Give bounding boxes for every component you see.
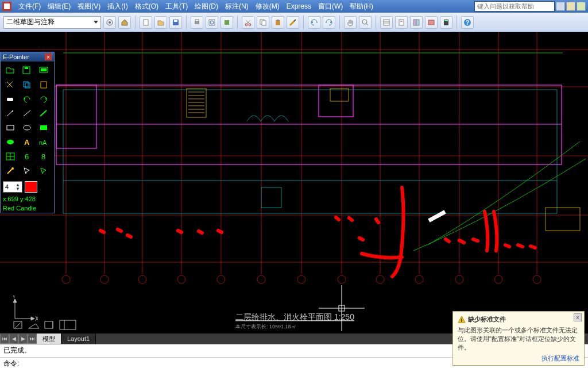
ep-grid1-icon[interactable] xyxy=(3,150,18,163)
menu-format[interactable]: 格式(O) xyxy=(131,1,162,13)
ep-pencil-icon[interactable] xyxy=(36,107,51,120)
svg-rect-50 xyxy=(56,85,96,148)
workspace-combo[interactable]: 二维草图与注释 xyxy=(3,16,101,29)
balloon-link[interactable]: 执行配置标准 xyxy=(458,354,579,363)
toolpalettes-button[interactable] xyxy=(410,16,423,29)
ep-eraser-icon[interactable] xyxy=(3,93,18,105)
ep-pointer2-icon[interactable] xyxy=(36,164,51,177)
ep-coordinates: x:699 y:428 xyxy=(1,194,54,204)
ep-color-name: Red Candle xyxy=(1,204,54,213)
svg-rect-15 xyxy=(262,21,266,25)
tab-last-button[interactable]: ⏭ xyxy=(28,334,37,344)
close-icon[interactable]: × xyxy=(45,53,52,60)
ep-num8-icon[interactable]: 8 xyxy=(36,150,51,163)
svg-rect-64 xyxy=(330,89,349,101)
home-button[interactable] xyxy=(118,16,131,29)
ep-redo-icon[interactable] xyxy=(36,93,51,105)
ep-pointer-icon[interactable] xyxy=(20,164,34,177)
properties-button[interactable] xyxy=(380,16,393,29)
svg-rect-7 xyxy=(195,21,199,24)
new-button[interactable] xyxy=(140,16,152,29)
ep-hightext-icon[interactable]: nA xyxy=(36,136,51,148)
menu-modify[interactable]: 修改(M) xyxy=(252,1,283,13)
svg-point-3 xyxy=(109,21,111,24)
undo-button[interactable] xyxy=(308,16,320,29)
help-search-input[interactable] xyxy=(474,1,555,12)
ep-pin-icon[interactable] xyxy=(3,164,18,177)
ep-text-icon[interactable]: A xyxy=(20,136,34,148)
app-icon xyxy=(2,2,11,11)
svg-point-73 xyxy=(257,275,265,283)
ep-undo-icon[interactable] xyxy=(20,93,34,105)
epointer-palette[interactable]: E-Pointer × A nA 6 8 4▲▼ x:699 y:428 Red… xyxy=(0,52,55,213)
svg-point-76 xyxy=(376,275,384,283)
svg-rect-55 xyxy=(261,187,281,208)
menu-edit[interactable]: 编辑(E) xyxy=(44,1,74,13)
ep-cut-icon[interactable] xyxy=(3,78,18,91)
standard-toolbar: 二维草图与注释 ? xyxy=(0,13,588,32)
workspace-settings-button[interactable] xyxy=(103,16,116,29)
redo-button[interactable] xyxy=(323,16,335,29)
svg-rect-11 xyxy=(225,20,229,25)
tab-prev-button[interactable]: ◀ xyxy=(9,334,18,344)
paste-button[interactable] xyxy=(272,16,284,29)
search-go-icon[interactable] xyxy=(556,2,565,11)
cut-button[interactable] xyxy=(242,16,254,29)
ep-fillellipse-icon[interactable] xyxy=(3,136,18,148)
svg-rect-25 xyxy=(416,20,419,25)
tab-layout1[interactable]: Layout1 xyxy=(61,334,96,344)
print-button[interactable] xyxy=(191,16,203,29)
drawing-canvas[interactable]: 二层给排水、消火栓平面图 1:250 本尺寸表示长: 10591.18㎡ xyxy=(0,32,588,334)
svg-rect-53 xyxy=(63,90,557,213)
chevron-down-icon xyxy=(94,21,98,24)
copy-button[interactable] xyxy=(257,16,269,29)
ep-line-icon[interactable] xyxy=(20,107,34,120)
menu-insert[interactable]: 插入(I) xyxy=(104,1,131,13)
satellite-icon[interactable] xyxy=(566,2,575,11)
svg-rect-114 xyxy=(60,320,76,329)
help-button[interactable]: ? xyxy=(461,16,474,29)
ep-copy-icon[interactable] xyxy=(20,78,34,91)
plot-preview-button[interactable] xyxy=(206,16,218,29)
ep-rect-icon[interactable] xyxy=(3,121,18,134)
ep-open-icon[interactable] xyxy=(3,64,18,76)
save-button[interactable] xyxy=(169,16,182,29)
calculator-button[interactable] xyxy=(440,16,452,29)
menu-help[interactable]: 帮助(H) xyxy=(346,1,377,13)
ep-screen-icon[interactable] xyxy=(36,64,51,76)
svg-text:?: ? xyxy=(466,20,469,26)
ep-save-icon[interactable] xyxy=(20,64,34,76)
svg-point-96 xyxy=(24,125,30,130)
menu-draw[interactable]: 绘图(D) xyxy=(191,1,222,13)
tab-next-button[interactable]: ▶ xyxy=(18,334,28,344)
favorite-icon[interactable] xyxy=(577,2,586,11)
sheetset-button[interactable] xyxy=(395,16,408,29)
menu-view[interactable]: 视图(V) xyxy=(74,1,104,13)
ep-fillrect-icon[interactable] xyxy=(36,121,51,134)
matchprop-button[interactable] xyxy=(287,16,299,29)
epointer-titlebar[interactable]: E-Pointer × xyxy=(1,52,54,62)
svg-point-18 xyxy=(362,20,367,24)
pan-button[interactable] xyxy=(344,16,357,29)
ep-color-swatch[interactable] xyxy=(25,181,37,193)
menu-express[interactable]: Express xyxy=(283,1,315,12)
publish-button[interactable] xyxy=(220,16,233,29)
svg-rect-6 xyxy=(174,20,177,22)
balloon-close-icon[interactable]: × xyxy=(574,313,582,321)
ep-arrow-icon[interactable] xyxy=(3,107,18,120)
zoom-button[interactable] xyxy=(359,16,372,29)
svg-rect-112 xyxy=(45,321,53,328)
tab-model[interactable]: 模型 xyxy=(37,334,61,344)
ep-num6-icon[interactable]: 6 xyxy=(20,150,34,163)
svg-point-79 xyxy=(494,275,502,283)
ep-paste-icon[interactable] xyxy=(36,78,51,91)
ep-size-stepper[interactable]: 4▲▼ xyxy=(3,181,22,193)
markup-button[interactable] xyxy=(425,16,438,29)
tab-first-button[interactable]: ⏮ xyxy=(0,334,9,344)
open-button[interactable] xyxy=(154,16,167,29)
menu-window[interactable]: 窗口(W) xyxy=(315,1,346,13)
menu-file[interactable]: 文件(F) xyxy=(15,1,44,13)
ep-ellipse-icon[interactable] xyxy=(20,121,34,134)
menu-dimension[interactable]: 标注(N) xyxy=(222,1,252,13)
menu-tools[interactable]: 工具(T) xyxy=(162,1,191,13)
